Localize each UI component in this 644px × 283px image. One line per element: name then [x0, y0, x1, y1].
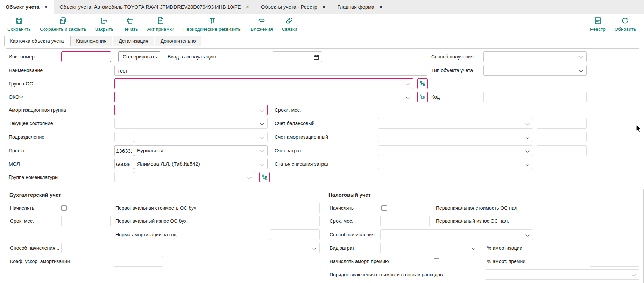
name-input[interactable]	[114, 65, 427, 76]
close-tab-icon[interactable]: ✕	[379, 4, 383, 10]
tax-inclusion-order-select[interactable]	[485, 269, 639, 280]
window-tab-object[interactable]: Объект учета ✕	[0, 0, 54, 14]
commissioning-date-input[interactable]	[273, 51, 322, 62]
print-button[interactable]: Печать	[118, 14, 142, 32]
nomenclature-tree-button[interactable]	[259, 172, 270, 182]
chevron-down-icon	[525, 233, 529, 236]
object-type-select[interactable]	[483, 65, 587, 76]
accounting-panel: Бухгалтерский учет Начислять Первоначаль…	[6, 189, 323, 283]
depreciation-account-number-input[interactable]	[537, 132, 587, 142]
select-value: Бурильная	[134, 146, 267, 156]
balance-account-label: Счет балансовый	[275, 118, 314, 129]
tax-method-select[interactable]	[380, 229, 533, 240]
save-and-close-button[interactable]: Сохранить и закрыть	[35, 14, 91, 32]
department-label: Подразделение	[9, 132, 44, 142]
tax-accrue-checkbox[interactable]	[381, 205, 387, 211]
periodic-attributes-icon	[208, 16, 217, 26]
okof-tree-button[interactable]	[417, 92, 428, 102]
window-tab-registry[interactable]: Объекты учета - Реестр ✕	[255, 0, 332, 14]
mol-code-input[interactable]	[114, 159, 134, 169]
registry-button[interactable]: Реестр	[586, 14, 610, 32]
code-input[interactable]	[483, 92, 587, 102]
attachments-icon	[257, 16, 266, 26]
toolbar-right-group: Реестр Обновить	[583, 14, 644, 32]
attachments-button[interactable]: Вложения	[246, 14, 277, 32]
acc-accel-coef-input[interactable]	[114, 256, 163, 267]
registry-icon	[594, 16, 602, 26]
tax-premium-pct-label: % аморт. премии	[487, 256, 525, 267]
window-tab-bar: Объект учета ✕ Объект учета: Автомобиль …	[0, 0, 644, 14]
acc-annual-rate-input[interactable]	[270, 229, 320, 240]
depreciation-account-label: Счет амортизационный	[275, 132, 328, 142]
inv-number-input[interactable]	[61, 51, 111, 62]
tax-premium-checkbox[interactable]	[434, 258, 439, 264]
chevron-down-icon	[247, 175, 251, 179]
cost-account-number-input[interactable]	[537, 145, 587, 156]
tab-object-card[interactable]: Карточка объекта учета	[4, 36, 69, 46]
mol-select[interactable]: Ялимова Л.Л. (Таб.№542)	[134, 159, 268, 169]
acquisition-method-select[interactable]	[483, 51, 587, 62]
acc-initial-wear-input[interactable]	[270, 216, 320, 226]
tab-additional[interactable]: Дополнительно	[155, 36, 201, 46]
accounting-panel-body: Начислять Первоначальная стоимость ОС бу…	[6, 201, 323, 283]
nomenclature-group-code-input[interactable]	[114, 172, 134, 182]
form-tab-bar: Карточка объекта учета Капвложения Детал…	[0, 36, 644, 46]
tab-capital-investments[interactable]: Капвложения	[70, 36, 112, 46]
os-group-tree-button[interactable]	[417, 78, 428, 89]
acc-term-label: Срок, мес.	[10, 216, 34, 226]
close-tab-icon[interactable]: ✕	[44, 4, 48, 10]
tax-cost-type-select[interactable]	[380, 243, 479, 253]
tab-detailing[interactable]: Детализация	[113, 36, 154, 46]
acc-annual-rate-label: Норма амортизации за год	[115, 229, 176, 240]
department-select[interactable]	[134, 132, 268, 142]
tax-initial-cost-input[interactable]	[590, 203, 639, 213]
chevron-down-icon	[406, 82, 410, 85]
balance-account-number-input[interactable]	[537, 118, 587, 129]
cost-account-select[interactable]	[378, 145, 533, 156]
depreciation-group-select[interactable]	[114, 105, 268, 115]
object-card-content: Инв. номер Сгенерировать Ввод в эксплуат…	[3, 46, 642, 283]
close-tab-icon[interactable]: ✕	[322, 4, 326, 10]
save-button[interactable]: Сохранить	[3, 14, 35, 32]
refresh-button[interactable]: Обновить	[610, 14, 641, 32]
chevron-down-icon	[525, 162, 529, 166]
nomenclature-group-select[interactable]	[134, 172, 255, 182]
generate-button[interactable]: Сгенерировать	[118, 51, 160, 62]
current-state-select[interactable]	[114, 118, 268, 129]
os-group-select[interactable]	[114, 78, 413, 89]
acc-method-select[interactable]	[61, 243, 320, 253]
window-tab-label: Объект учета: Автомобиль TOYOTA RAV4 JTM…	[59, 4, 241, 10]
depreciation-group-label: Амортизационная группа	[9, 105, 66, 115]
acc-accrue-label: Начислять	[10, 203, 34, 213]
save-icon	[15, 16, 23, 26]
window-tab-label: Объекты учета - Реестр	[261, 4, 317, 10]
window-tab-main-form[interactable]: Главная форма ✕	[332, 0, 389, 14]
department-code-input[interactable]	[114, 132, 134, 142]
project-select[interactable]: Бурильная	[134, 145, 268, 156]
acc-term-input[interactable]	[61, 216, 111, 226]
links-button[interactable]: Связки	[277, 14, 302, 32]
tax-depreciation-pct-input[interactable]	[590, 243, 639, 253]
accounting-panel-title: Бухгалтерский учет	[6, 189, 323, 201]
okof-select[interactable]	[114, 92, 413, 102]
project-code-input[interactable]	[114, 145, 134, 156]
term-months-input[interactable]	[378, 105, 427, 115]
close-tab-icon[interactable]: ✕	[245, 4, 249, 10]
periodic-attributes-button[interactable]: Периодические реквизиты	[179, 14, 246, 32]
chevron-down-icon	[525, 149, 529, 152]
depreciation-account-select[interactable]	[378, 132, 533, 142]
tree-select-icon	[420, 81, 425, 87]
close-form-icon	[100, 16, 108, 26]
balance-account-select[interactable]	[378, 118, 533, 129]
tax-term-input[interactable]	[380, 216, 430, 226]
cost-writeoff-select[interactable]	[378, 159, 533, 169]
window-tab-object-detail[interactable]: Объект учета: Автомобиль TOYOTA RAV4 JTM…	[54, 0, 255, 14]
close-button[interactable]: Закрыть	[91, 14, 118, 32]
tax-premium-pct-input[interactable]	[590, 256, 639, 267]
acceptance-act-button[interactable]: Акт приемки	[143, 14, 179, 32]
acc-initial-cost-input[interactable]	[270, 203, 320, 213]
current-state-label: Текущее состояние	[9, 118, 53, 129]
acc-accrue-checkbox[interactable]	[61, 205, 67, 211]
save-and-close-icon	[59, 16, 67, 26]
tax-initial-wear-input[interactable]	[590, 216, 639, 226]
